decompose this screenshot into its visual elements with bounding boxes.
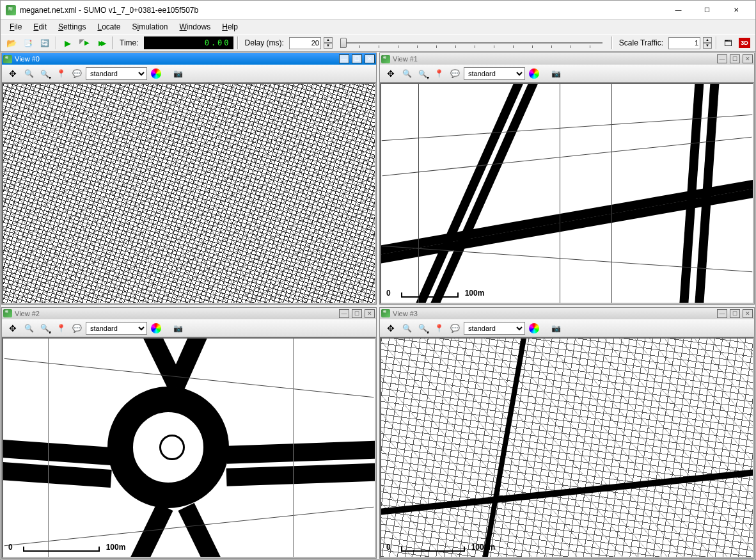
view-maximize-button[interactable]: ☐	[352, 54, 362, 63]
open-config-button[interactable]	[21, 36, 35, 50]
view-minimize-button[interactable]: —	[717, 54, 727, 63]
zoom-select-button[interactable]	[416, 321, 430, 335]
map-canvas-3[interactable]: 0 1000m	[380, 337, 754, 559]
scale-spinner[interactable]: ▲▼	[703, 37, 712, 49]
delay-spinner[interactable]: ▲▼	[324, 37, 333, 49]
color-settings-button[interactable]	[149, 321, 163, 335]
menu-simulation[interactable]: Simulation	[127, 21, 173, 33]
recenter-button[interactable]	[6, 67, 20, 81]
time-display[interactable]: 0.00	[144, 36, 233, 49]
view-titlebar-1[interactable]: View #1 — ☐ ✕	[380, 53, 754, 65]
three-d-icon: 3D	[739, 38, 750, 48]
zoom-select-button[interactable]	[38, 321, 52, 335]
tooltip-button[interactable]	[448, 67, 462, 81]
workspace: View #0 — ☐ ✕ standard View #1 —	[1, 52, 755, 559]
color-wheel-icon	[529, 323, 539, 333]
view-titlebar-3[interactable]: View #3 — ☐ ✕	[380, 308, 754, 319]
visual-scheme-select[interactable]: standard	[464, 67, 525, 80]
menu-locate[interactable]: Locate	[92, 21, 125, 33]
menu-windows[interactable]: Windows	[175, 21, 216, 33]
locate-button[interactable]	[432, 321, 446, 335]
open-file-button[interactable]	[4, 36, 19, 50]
visual-scheme-select[interactable]: standard	[86, 67, 147, 80]
fast-forward-button[interactable]	[94, 36, 108, 50]
zoom-button[interactable]	[22, 321, 36, 335]
view-pane-1: View #1 — ☐ ✕ standard	[379, 52, 755, 305]
color-settings-button[interactable]	[527, 67, 541, 81]
color-settings-button[interactable]	[527, 321, 541, 335]
view-minimize-button[interactable]: —	[339, 309, 349, 318]
new-view-button[interactable]	[721, 36, 735, 50]
view-maximize-button[interactable]: ☐	[352, 309, 362, 318]
map-canvas-0[interactable]	[2, 83, 376, 304]
recenter-button[interactable]	[6, 321, 20, 335]
menu-help[interactable]: Help	[217, 21, 243, 33]
view-title-label: View #3	[393, 310, 418, 317]
recenter-button[interactable]	[384, 67, 398, 81]
recenter-button[interactable]	[384, 321, 398, 335]
separator	[716, 36, 717, 49]
color-wheel-icon	[151, 68, 161, 79]
view-title-label: View #2	[15, 310, 40, 317]
map-canvas-2[interactable]: 0 100m	[2, 337, 376, 559]
zoom-button[interactable]	[400, 67, 414, 81]
view-toolbar-1: standard	[380, 65, 754, 83]
visual-scheme-select[interactable]: standard	[464, 322, 525, 335]
titlebar: meganet.net.xml - SUMO v1_7_0+0381-ee105…	[1, 1, 755, 20]
view-close-button[interactable]: ✕	[365, 309, 375, 318]
view-icon	[3, 55, 12, 63]
color-settings-button[interactable]	[149, 67, 163, 81]
view-title-label: View #1	[393, 55, 418, 63]
zoom-button[interactable]	[400, 321, 414, 335]
tooltip-button[interactable]	[70, 67, 84, 81]
locate-button[interactable]	[432, 67, 446, 81]
close-button[interactable]: ✕	[721, 1, 750, 19]
scale-traffic-input[interactable]	[668, 37, 700, 49]
view-toolbar-3: standard	[380, 319, 754, 337]
zoom-button[interactable]	[22, 67, 36, 81]
scale-indicator: 0 100m	[386, 289, 484, 298]
locate-button[interactable]	[54, 67, 68, 81]
tooltip-button[interactable]	[70, 321, 84, 335]
view-pane-0: View #0 — ☐ ✕ standard	[1, 52, 377, 305]
time-label: Time:	[120, 38, 139, 47]
scale-indicator: 0 1000m	[386, 543, 495, 552]
menu-file[interactable]: File	[4, 21, 27, 33]
open-3d-button[interactable]: 3D	[737, 36, 752, 50]
view-titlebar-2[interactable]: View #2 — ☐ ✕	[2, 308, 376, 319]
slider-thumb[interactable]	[340, 38, 347, 48]
view-close-button[interactable]: ✕	[743, 309, 753, 318]
view-minimize-button[interactable]: —	[339, 54, 349, 63]
map-canvas-1[interactable]: 0 100m	[380, 83, 754, 304]
locate-button[interactable]	[54, 321, 68, 335]
menu-settings[interactable]: Settings	[53, 21, 91, 33]
delay-label: Delay (ms):	[245, 38, 284, 47]
view-icon	[381, 55, 390, 63]
step-button[interactable]	[77, 36, 91, 50]
zoom-select-button[interactable]	[38, 67, 52, 81]
window-title: meganet.net.xml - SUMO v1_7_0+0381-ee105…	[20, 6, 664, 15]
color-wheel-icon	[151, 323, 161, 333]
screenshot-button[interactable]	[171, 321, 185, 335]
tooltip-button[interactable]	[448, 321, 462, 335]
view-maximize-button[interactable]: ☐	[730, 309, 740, 318]
view-minimize-button[interactable]: —	[717, 309, 727, 318]
view-toolbar-0: standard	[2, 65, 376, 83]
delay-input[interactable]	[289, 37, 321, 49]
screenshot-button[interactable]	[549, 321, 563, 335]
screenshot-button[interactable]	[549, 67, 563, 81]
view-toolbar-2: standard	[2, 319, 376, 337]
delay-slider[interactable]	[340, 36, 602, 49]
zoom-select-button[interactable]	[416, 67, 430, 81]
view-titlebar-0[interactable]: View #0 — ☐ ✕	[2, 53, 376, 65]
minimize-button[interactable]: —	[664, 1, 693, 19]
screenshot-button[interactable]	[171, 67, 185, 81]
view-maximize-button[interactable]: ☐	[730, 54, 740, 63]
maximize-button[interactable]: ☐	[693, 1, 721, 19]
menu-edit[interactable]: Edit	[28, 21, 52, 33]
view-close-button[interactable]: ✕	[365, 54, 375, 63]
view-close-button[interactable]: ✕	[743, 54, 753, 63]
visual-scheme-select[interactable]: standard	[86, 322, 147, 335]
reload-button[interactable]	[38, 36, 52, 50]
play-button[interactable]	[61, 36, 75, 50]
